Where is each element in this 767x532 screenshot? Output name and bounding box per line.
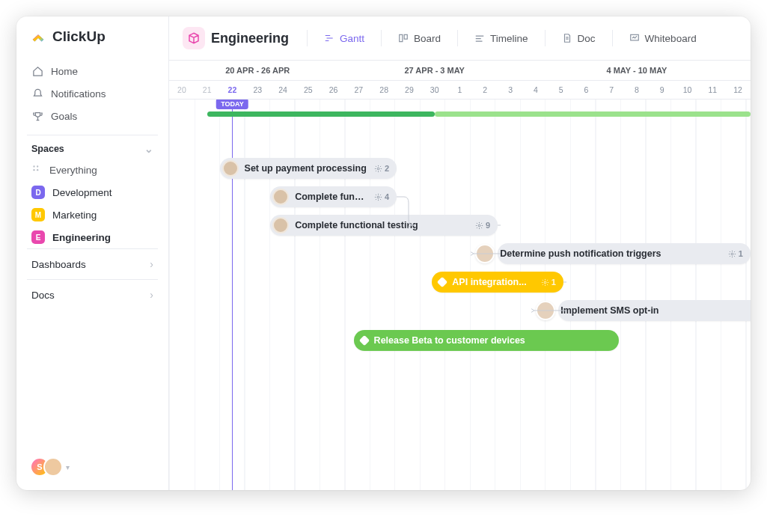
grid-icon bbox=[31, 164, 42, 177]
space-badge: M bbox=[31, 208, 45, 221]
svg-rect-8 bbox=[404, 34, 407, 39]
spaces-header[interactable]: Spaces ⌄ bbox=[27, 135, 158, 159]
divider bbox=[545, 30, 546, 46]
calendar-header: 20 APR - 26 APR27 APR - 3 MAY4 MAY - 10 … bbox=[169, 61, 751, 100]
calendar-day[interactable]: 6 bbox=[574, 81, 599, 99]
calendar-day[interactable]: 9 bbox=[650, 81, 675, 99]
calendar-day[interactable]: 24 bbox=[270, 81, 296, 99]
calendar-day[interactable]: 30 bbox=[422, 81, 447, 99]
gantt-task[interactable]: Complete functio...4 bbox=[270, 186, 397, 207]
calendar-day[interactable]: 22 bbox=[220, 81, 245, 99]
sidebar: ClickUp Home Notifications Goals Spaces … bbox=[16, 16, 169, 490]
svg-point-2 bbox=[33, 169, 34, 171]
calendar-day[interactable]: 26 bbox=[321, 81, 346, 99]
gantt-task[interactable]: Determine push notification triggers1 bbox=[498, 243, 751, 264]
gantt-task[interactable]: Implement SMS opt-in bbox=[558, 300, 751, 321]
doc-icon bbox=[562, 33, 572, 43]
calendar-day[interactable]: 1 bbox=[447, 81, 473, 99]
calendar-day[interactable]: 4 bbox=[523, 81, 548, 99]
view-whiteboard-label: Whiteboard bbox=[645, 33, 697, 44]
task-label: Set up payment processing bbox=[245, 163, 368, 174]
calendar-day[interactable]: 7 bbox=[599, 81, 624, 99]
calendar-day[interactable]: 11 bbox=[700, 81, 725, 99]
svg-point-3 bbox=[37, 169, 38, 171]
spaces-label: Spaces bbox=[31, 144, 64, 154]
timeline-icon bbox=[474, 33, 485, 43]
sidebar-item-everything[interactable]: Everything bbox=[27, 159, 158, 181]
calendar-day[interactable]: 28 bbox=[371, 81, 397, 99]
calendar-day[interactable]: 5 bbox=[548, 81, 574, 99]
svg-point-0 bbox=[33, 165, 34, 167]
docs-label: Docs bbox=[31, 290, 55, 301]
view-doc-label: Doc bbox=[578, 33, 596, 44]
nav-goals[interactable]: Goals bbox=[27, 105, 158, 127]
page-title: Engineering bbox=[211, 31, 289, 46]
nav-notifications[interactable]: Notifications bbox=[27, 82, 158, 105]
view-doc[interactable]: Doc bbox=[556, 29, 602, 48]
sidebar-item-engineering[interactable]: E Engineering bbox=[27, 226, 158, 248]
view-board-label: Board bbox=[414, 33, 441, 44]
calendar-day[interactable]: 8 bbox=[624, 81, 650, 99]
divider bbox=[612, 30, 613, 46]
gantt-chart[interactable]: TODAYSet up payment processing2Complete … bbox=[169, 100, 751, 490]
brand-logo[interactable]: ClickUp bbox=[27, 28, 158, 45]
progress-bar-complete bbox=[207, 111, 435, 117]
space-icon bbox=[183, 27, 205, 49]
dependency-line bbox=[471, 222, 501, 257]
calendar-day[interactable]: 21 bbox=[195, 81, 220, 99]
chevron-right-icon: › bbox=[150, 258, 153, 270]
subtask-count: 2 bbox=[374, 164, 389, 173]
sidebar-docs[interactable]: Docs › bbox=[27, 279, 158, 310]
space-label: Engineering bbox=[52, 232, 111, 243]
gantt-task[interactable]: Release Beta to customer devices bbox=[354, 330, 620, 351]
chevron-right-icon: › bbox=[150, 289, 153, 301]
nav-home[interactable]: Home bbox=[27, 60, 158, 82]
today-badge: TODAY bbox=[216, 100, 248, 109]
clickup-icon bbox=[30, 28, 46, 45]
dependency-line bbox=[394, 194, 415, 228]
view-board[interactable]: Board bbox=[392, 29, 447, 48]
nav-goals-label: Goals bbox=[51, 111, 77, 122]
svg-point-18 bbox=[731, 253, 733, 255]
toolbar: Engineering Gantt Board Timeline bbox=[169, 16, 751, 61]
calendar-day[interactable]: 27 bbox=[346, 81, 371, 99]
gantt-task[interactable]: Complete functional testing9 bbox=[270, 215, 498, 236]
main-panel: Engineering Gantt Board Timeline bbox=[169, 16, 751, 490]
user-avatar-2[interactable] bbox=[43, 457, 63, 477]
view-timeline-label: Timeline bbox=[490, 33, 528, 44]
board-icon bbox=[398, 33, 409, 43]
nav-home-label: Home bbox=[51, 66, 78, 77]
calendar-day[interactable]: 2 bbox=[472, 81, 498, 99]
sidebar-item-marketing[interactable]: M Marketing bbox=[27, 204, 158, 226]
assignee-avatar bbox=[222, 160, 239, 177]
sidebar-dashboards[interactable]: Dashboards › bbox=[27, 248, 158, 279]
svg-point-1 bbox=[37, 165, 38, 167]
task-label: Complete functional testing bbox=[295, 220, 469, 230]
brand-name: ClickUp bbox=[52, 28, 106, 45]
caret-down-icon[interactable]: ▾ bbox=[66, 463, 70, 471]
calendar-day[interactable]: 10 bbox=[675, 81, 700, 99]
calendar-day[interactable]: 23 bbox=[245, 81, 270, 99]
sidebar-item-development[interactable]: D Development bbox=[27, 181, 158, 204]
view-timeline[interactable]: Timeline bbox=[468, 29, 534, 48]
view-gantt[interactable]: Gantt bbox=[318, 29, 370, 48]
task-label: Release Beta to customer devices bbox=[374, 335, 612, 346]
calendar-day[interactable]: 20 bbox=[169, 81, 195, 99]
gantt-icon bbox=[324, 33, 334, 43]
calendar-week-label: 4 MAY - 10 MAY bbox=[523, 61, 751, 80]
calendar-day[interactable]: 25 bbox=[296, 81, 321, 99]
svg-point-15 bbox=[377, 168, 379, 170]
calendar-day[interactable]: 29 bbox=[397, 81, 422, 99]
gantt-task[interactable]: Set up payment processing2 bbox=[220, 158, 397, 179]
divider bbox=[457, 30, 458, 46]
view-whiteboard[interactable]: Whiteboard bbox=[623, 29, 703, 48]
nav-notifications-label: Notifications bbox=[51, 88, 106, 100]
calendar-week-label: 20 APR - 26 APR bbox=[169, 61, 346, 80]
task-label: API integration... bbox=[452, 277, 535, 287]
calendar-day[interactable]: 12 bbox=[725, 81, 751, 99]
svg-rect-7 bbox=[400, 34, 403, 41]
trophy-icon bbox=[31, 110, 43, 122]
view-gantt-label: Gantt bbox=[340, 33, 364, 44]
calendar-week-label: 27 APR - 3 MAY bbox=[346, 61, 522, 80]
calendar-day[interactable]: 3 bbox=[498, 81, 523, 99]
